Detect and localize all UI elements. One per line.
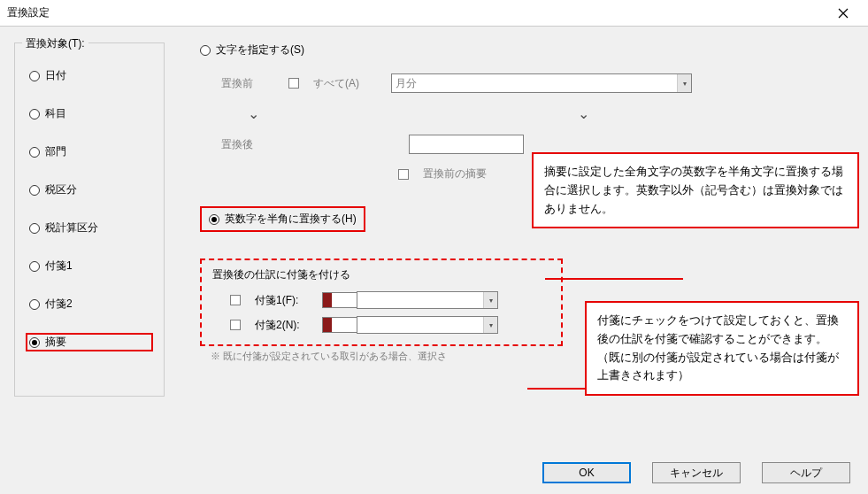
- tag-box: 置換後の仕訳に付箋を付ける 付箋1(F): ▾ 付箋2(N): ▾: [200, 259, 563, 346]
- groupbox-title: 置換対象(T):: [22, 36, 88, 51]
- radio-icon: [200, 45, 211, 56]
- radio-icon: [29, 337, 40, 348]
- tag1-checkbox[interactable]: [230, 295, 241, 305]
- target-radio-list: 日付 科目 部門 税区分 税計算区分 付箋1 付箋2 摘要: [26, 61, 153, 351]
- after-label: 置換後: [221, 137, 274, 152]
- radio-icon: [29, 261, 40, 272]
- tag1-label: 付箋1(F):: [255, 293, 308, 308]
- radio-icon: [29, 109, 40, 120]
- radio-icon: [29, 299, 40, 310]
- target-tag2[interactable]: 付箋2: [26, 295, 153, 313]
- after-input: [409, 135, 524, 154]
- target-account[interactable]: 科目: [26, 104, 153, 123]
- all-checkbox: [288, 78, 299, 89]
- chevron-down-icon: ▾: [483, 317, 497, 333]
- close-button[interactable]: [826, 1, 861, 26]
- tagbox-title: 置換後の仕訳に付箋を付ける: [212, 267, 550, 282]
- mode-halfwidth[interactable]: 英数字を半角に置換する(H): [200, 206, 365, 232]
- radio-icon: [29, 185, 40, 196]
- target-tag1[interactable]: 付箋1: [26, 257, 153, 275]
- all-label: すべて(A): [313, 76, 359, 91]
- keep-summary-label: 置換前の摘要: [423, 166, 487, 181]
- callout-connector: [545, 278, 683, 280]
- cancel-button[interactable]: キャンセル: [652, 462, 741, 483]
- tag2-color: [322, 317, 357, 333]
- target-summary[interactable]: 摘要: [26, 333, 153, 351]
- button-bar: OK キャンセル ヘルプ: [542, 462, 850, 483]
- target-taxcat[interactable]: 税区分: [26, 181, 153, 199]
- ok-button[interactable]: OK: [542, 462, 631, 483]
- radio-icon: [29, 223, 40, 234]
- tag1-dropdown[interactable]: ▾: [357, 291, 498, 309]
- chevron-down-icon: ⌄: [248, 105, 259, 122]
- radio-icon: [29, 71, 40, 81]
- dialog-window: 置換設定 置換対象(T): 日付 科目 部門 税区分 税計算区分 付箋1 付箋2…: [0, 0, 868, 494]
- target-date[interactable]: 日付: [26, 66, 153, 85]
- help-button[interactable]: ヘルプ: [762, 462, 850, 483]
- chevron-down-icon: ⌄: [578, 105, 589, 122]
- radio-icon: [209, 214, 219, 225]
- tag2-label: 付箋2(N):: [255, 318, 308, 333]
- tag1-color: [322, 292, 357, 308]
- tag2-checkbox[interactable]: [230, 320, 241, 330]
- mode-specify[interactable]: 文字を指定する(S): [200, 42, 854, 58]
- target-taxcalc[interactable]: 税計算区分: [26, 219, 153, 237]
- tag2-dropdown[interactable]: ▾: [357, 316, 498, 334]
- window-title: 置換設定: [7, 5, 50, 20]
- before-dropdown: 月分 ▾: [391, 73, 692, 93]
- callout-tags: 付箋にチェックをつけて設定しておくと、置換後の仕訳を付箋で確認することができます…: [585, 301, 859, 396]
- radio-icon: [29, 147, 40, 158]
- before-label: 置換前: [221, 76, 274, 91]
- chevron-down-icon: ▾: [483, 292, 497, 308]
- target-groupbox: 置換対象(T): 日付 科目 部門 税区分 税計算区分 付箋1 付箋2 摘要: [14, 42, 165, 397]
- callout-halfwidth: 摘要に設定した全角文字の英数字を半角文字に置換する場合に選択します。英数字以外（…: [532, 152, 859, 228]
- target-dept[interactable]: 部門: [26, 143, 153, 161]
- keep-summary-checkbox: [398, 169, 409, 180]
- titlebar: 置換設定: [0, 0, 868, 27]
- chevron-down-icon: ▾: [677, 74, 691, 92]
